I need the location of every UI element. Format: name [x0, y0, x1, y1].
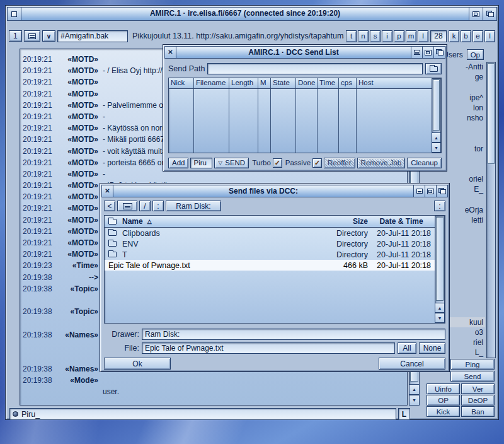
- chat-tag: «MOTD»: [58, 134, 98, 145]
- dcc-send-button[interactable]: ▽SEND: [214, 158, 249, 168]
- file-list-scrollbar[interactable]: ▲ ▼: [435, 216, 445, 323]
- ver-button[interactable]: Ver: [461, 383, 495, 394]
- dcc-column-header[interactable]: Host: [357, 78, 432, 88]
- flag-button[interactable]: k: [449, 30, 459, 42]
- parent-dir-button[interactable]: <: [104, 201, 115, 211]
- dcc-column-header[interactable]: State: [271, 78, 296, 88]
- server-tab-button[interactable]: 1: [9, 30, 22, 42]
- file-row[interactable]: Clipboards Directory 20-Jul-11 20:18: [105, 228, 435, 238]
- iconify-gadget[interactable]: [411, 47, 422, 58]
- name-column-header[interactable]: Name △: [122, 217, 328, 226]
- add-button[interactable]: Add: [168, 158, 188, 168]
- close-gadget[interactable]: [8, 8, 21, 20]
- zoom-gadget[interactable]: [425, 185, 436, 197]
- op-button[interactable]: OP: [427, 395, 460, 406]
- file-dialog-titlebar[interactable]: ✕ Send files via DCC:: [101, 185, 448, 197]
- chat-timestamp: 20:19:21: [23, 237, 58, 248]
- file-row[interactable]: T Directory 20-Jul-11 20:18: [105, 249, 435, 260]
- kick-button[interactable]: Kick: [427, 406, 460, 417]
- ok-button[interactable]: Ok: [104, 358, 171, 370]
- close-gadget[interactable]: ✕: [165, 47, 176, 58]
- dcc-titlebar[interactable]: ✕ AMIRC.1 · DCC Send List: [164, 46, 445, 59]
- scroll-down-button[interactable]: ▼: [435, 313, 445, 323]
- limit-field[interactable]: 28: [430, 30, 447, 42]
- mode-button[interactable]: l: [418, 30, 428, 42]
- volumes-button[interactable]: [117, 201, 137, 211]
- zoom-gadget[interactable]: [469, 8, 483, 20]
- dcc-transfer-table[interactable]: NickFilenameLengthMStateDoneTimecpsHost …: [168, 78, 442, 153]
- file-nav-bar: < / : Ram Disk: :: [104, 200, 445, 212]
- date-column-header[interactable]: Date & Time: [368, 217, 435, 226]
- file-scrollbar-thumb[interactable]: [436, 217, 444, 301]
- none-button[interactable]: None: [419, 342, 445, 354]
- size-column-header[interactable]: Size: [328, 217, 368, 226]
- ping-button[interactable]: Ping: [450, 359, 495, 370]
- mode-button[interactable]: m: [406, 30, 416, 42]
- colon-button[interactable]: :: [152, 201, 164, 211]
- passive-checkbox[interactable]: ✓: [312, 158, 322, 168]
- send-button[interactable]: Send: [450, 371, 495, 382]
- scroll-down-button[interactable]: ▼: [409, 395, 420, 406]
- ban-button[interactable]: Ban: [461, 406, 495, 417]
- remove-job-button[interactable]: Remove Job: [357, 158, 406, 168]
- chat-timestamp: 20:19:38: [23, 283, 58, 295]
- channel-dropdown-button[interactable]: ∨: [42, 30, 55, 42]
- channel-field[interactable]: #Amigafin.bak: [57, 30, 128, 42]
- chat-tag: «MOTD»: [58, 180, 98, 191]
- cancel-button[interactable]: Cancel: [379, 358, 445, 370]
- right-colon-button[interactable]: :: [434, 201, 445, 211]
- dcc-column-line: [194, 89, 229, 153]
- file-row[interactable]: Epic Tale of Pwnage.txt 466 kB 20-Jul-11…: [105, 260, 435, 271]
- dcc-column-header[interactable]: cps: [339, 78, 357, 88]
- dcc-scrollbar[interactable]: ▲ ▼: [432, 78, 441, 153]
- turbo-checkbox[interactable]: ✓: [273, 158, 282, 168]
- op-filter-button[interactable]: Op: [467, 49, 484, 60]
- all-button[interactable]: All: [398, 342, 416, 354]
- mode-button[interactable]: n: [358, 30, 369, 42]
- scroll-down-button[interactable]: ▼: [432, 143, 441, 153]
- userlist-scrollbar[interactable]: [486, 62, 496, 358]
- flag-button[interactable]: l: [484, 30, 495, 42]
- dcc-column-header[interactable]: Nick: [169, 78, 194, 88]
- dcc-scrollbar-thumb[interactable]: [433, 79, 440, 131]
- dcc-nick-input[interactable]: Piru: [190, 158, 212, 168]
- uinfo-button[interactable]: Uinfo: [427, 383, 460, 394]
- root-button[interactable]: /: [139, 201, 151, 211]
- message-input[interactable]: Piru_: [9, 408, 396, 420]
- dcc-column-header[interactable]: Done: [296, 78, 318, 88]
- window-list-button[interactable]: [24, 30, 40, 42]
- file-row[interactable]: ENV Directory 20-Jul-11 20:18: [105, 238, 435, 249]
- file-input[interactable]: Epic Tale of Pwnage.txt: [142, 342, 395, 354]
- mode-button[interactable]: s: [370, 30, 381, 42]
- choose-path-button[interactable]: [425, 63, 442, 74]
- chat-timestamp: 20:19:38: [23, 306, 58, 317]
- mode-button[interactable]: p: [394, 30, 404, 42]
- scroll-up-button[interactable]: ▲: [409, 384, 420, 395]
- userlist-scrollbar-thumb[interactable]: [488, 63, 495, 164]
- cleanup-button[interactable]: Cleanup: [407, 158, 442, 168]
- scroll-up-button[interactable]: ▲: [432, 132, 441, 143]
- drawer-input[interactable]: Ram Disk:: [142, 329, 445, 340]
- flag-button[interactable]: b: [461, 30, 471, 42]
- file-list[interactable]: Name △ Size Date & Time Clipboards Direc…: [104, 215, 445, 324]
- depth-gadget[interactable]: [433, 47, 445, 58]
- deop-button[interactable]: DeOP: [461, 395, 495, 406]
- depth-gadget[interactable]: [483, 8, 496, 20]
- main-titlebar[interactable]: AMIRC.1 · irc.elisa.fi/6667 (connected s…: [7, 7, 497, 21]
- depth-gadget[interactable]: [436, 185, 447, 197]
- zoom-gadget[interactable]: [422, 47, 433, 58]
- close-gadget[interactable]: ✕: [102, 185, 113, 197]
- dcc-column-header[interactable]: Time: [318, 78, 339, 88]
- volume-select-button[interactable]: Ram Disk:: [166, 201, 221, 211]
- mode-button[interactable]: t: [346, 30, 357, 42]
- send-path-input[interactable]: [207, 63, 423, 74]
- iconify-gadget[interactable]: [413, 185, 425, 197]
- dcc-column-header[interactable]: Length: [229, 78, 258, 88]
- flag-button[interactable]: e: [472, 30, 483, 42]
- scroll-up-button[interactable]: ▲: [435, 303, 445, 313]
- reoffer-button[interactable]: Reoffer: [324, 158, 355, 168]
- file-dialog-title: Send files via DCC:: [113, 185, 413, 197]
- dcc-column-header[interactable]: M: [258, 78, 271, 88]
- mode-button[interactable]: i: [382, 30, 392, 42]
- dcc-column-header[interactable]: Filename: [194, 78, 229, 88]
